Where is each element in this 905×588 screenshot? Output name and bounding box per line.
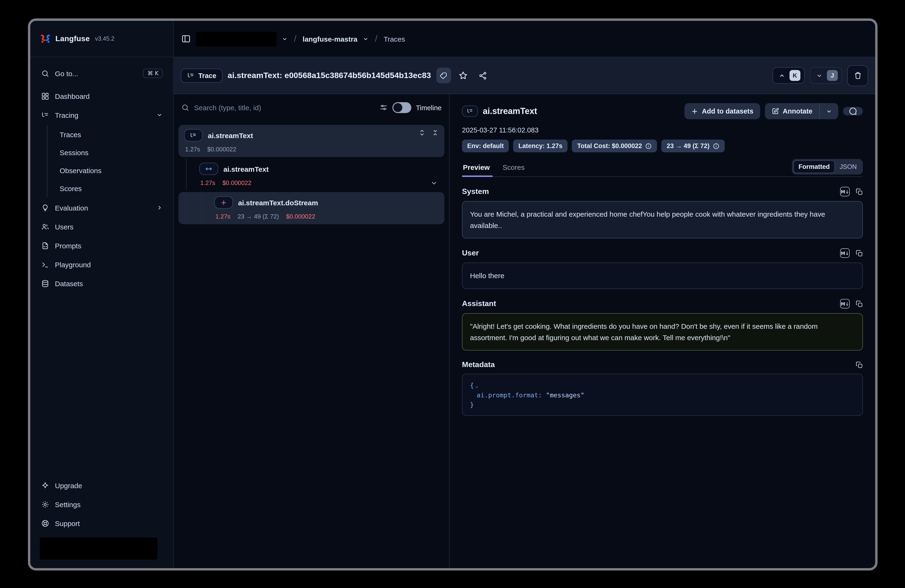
sidebar-item-label: Prompts	[55, 241, 81, 250]
tree-row-latency: 1.27s	[215, 213, 230, 220]
detail-panel: ai.streamText Add to datasets Annotate	[450, 94, 875, 568]
tree-row-span[interactable]: ai.streamText 1.27s $0.000022	[178, 158, 445, 191]
tree-row-latency: 1.27s	[185, 146, 200, 153]
chevron-down-icon[interactable]	[362, 36, 369, 42]
sidebar-item-label: Observations	[60, 166, 102, 174]
comments-button[interactable]	[843, 107, 863, 116]
search-icon	[181, 104, 189, 112]
metadata-json: {⌄ ai.prompt.format: "messages" }	[462, 374, 863, 416]
total-cost-badge[interactable]: Total Cost: $0.000022	[572, 139, 657, 152]
copy-icon[interactable]	[856, 361, 863, 369]
token-usage-badge[interactable]: 23 → 49 (Σ 72)	[662, 139, 725, 152]
share-button[interactable]	[475, 68, 490, 83]
copy-icon[interactable]	[856, 250, 863, 257]
collapse-row-chevron-icon[interactable]	[430, 179, 438, 187]
sidebar-item-label: Support	[55, 519, 80, 527]
chevron-down-icon[interactable]	[282, 36, 288, 42]
tag-button[interactable]	[436, 68, 451, 83]
sidebar-item-datasets[interactable]: Datasets	[37, 274, 167, 293]
sidebar-item-dashboard[interactable]: Dashboard	[37, 87, 167, 106]
sidebar-item-goto[interactable]: Go to... ⌘ K	[37, 64, 167, 83]
tree-row-cost: $0.000022	[207, 146, 237, 153]
sidebar-item-scores[interactable]: Scores	[49, 179, 167, 197]
format-json[interactable]: JSON	[835, 161, 861, 173]
sidebar-item-playground[interactable]: Playground	[37, 255, 167, 274]
gear-icon	[41, 500, 49, 509]
sidebar-item-evaluation[interactable]: Evaluation	[37, 198, 167, 217]
sidebar-item-label: Datasets	[55, 279, 83, 287]
env-badge: Env: default	[462, 139, 509, 152]
info-icon	[713, 143, 719, 149]
tree-guide-line	[186, 158, 186, 191]
unfold-all-icon[interactable]	[418, 129, 426, 136]
assistant-message: "Alright! Let's get cooking. What ingred…	[462, 313, 863, 351]
sidebar-item-traces[interactable]: Traces	[49, 125, 167, 143]
list-tree-icon	[41, 111, 49, 119]
kbd-k: K	[789, 70, 800, 81]
trace-node-icon	[462, 106, 478, 117]
chevron-down-icon	[156, 112, 163, 118]
redacted-org-name[interactable]	[196, 32, 276, 46]
tab-preview[interactable]: Preview	[463, 163, 490, 171]
user-message: Hello there	[462, 263, 863, 289]
tree-row-generation[interactable]: ai.streamText.doStream 1.27s 23 → 49 (Σ …	[178, 192, 445, 224]
markdown-toggle-icon[interactable]: M↓	[840, 249, 849, 258]
format-formatted[interactable]: Formatted	[793, 160, 835, 173]
json-value: "messages"	[546, 391, 584, 399]
sparkle-icon	[41, 481, 49, 490]
detail-header: ai.streamText Add to datasets Annotate	[462, 103, 863, 119]
search-input[interactable]: Search (type, title, id)	[194, 104, 375, 112]
sidebar-item-prompts[interactable]: Prompts	[37, 236, 167, 255]
tree-row-cost: $0.000022	[222, 179, 252, 186]
tree-row-root-trace[interactable]: ai.streamText	[178, 125, 445, 157]
delete-trace-button[interactable]	[847, 65, 868, 86]
app-logo-row: Langfuse v3.45.2	[30, 21, 173, 57]
main-area: / langfuse-mastra / Traces Trace ai.stre…	[174, 21, 875, 568]
sidebar-item-label: Upgrade	[55, 481, 82, 490]
sidebar-item-sessions[interactable]: Sessions	[49, 143, 167, 161]
sidebar: Langfuse v3.45.2 Go to... ⌘ K Dashboar	[30, 21, 174, 568]
annotate-dropdown-button[interactable]	[820, 103, 838, 119]
detail-title: ai.streamText	[483, 106, 537, 116]
sidebar-item-label: Evaluation	[55, 204, 88, 212]
user-section: User M↓ Hello there	[462, 249, 863, 289]
filter-sliders-icon[interactable]	[379, 104, 387, 112]
detail-body: System M↓ You are Michel, a practical an…	[462, 177, 863, 568]
breadcrumb: / langfuse-mastra / Traces	[174, 21, 875, 57]
sidebar-item-tracing[interactable]: Tracing	[37, 106, 167, 124]
sidebar-item-upgrade[interactable]: Upgrade	[37, 476, 167, 495]
json-collapse-chevron-icon[interactable]: ⌄	[475, 384, 478, 388]
tab-scores[interactable]: Scores	[502, 163, 524, 171]
markdown-toggle-icon[interactable]: M↓	[840, 187, 849, 196]
tree-row-cost: $0.000022	[286, 213, 315, 220]
system-label: System	[462, 187, 489, 196]
prev-trace-button[interactable]: K	[772, 67, 805, 84]
next-trace-button[interactable]: J	[810, 67, 842, 84]
sidebar-item-support[interactable]: Support	[37, 514, 167, 533]
app-version: v3.45.2	[95, 35, 114, 42]
observation-tree: ai.streamText	[174, 121, 449, 228]
langfuse-app-window: Langfuse v3.45.2 Go to... ⌘ K Dashboar	[28, 19, 878, 571]
fold-all-icon[interactable]	[432, 129, 439, 136]
sidebar-item-label: Tracing	[55, 111, 78, 119]
copy-icon[interactable]	[856, 300, 863, 307]
panel-left-icon[interactable]	[181, 34, 191, 44]
breadcrumb-project[interactable]: langfuse-mastra	[303, 35, 357, 43]
timeline-toggle[interactable]	[392, 102, 411, 113]
dashboard-icon	[41, 92, 49, 100]
sidebar-item-settings[interactable]: Settings	[37, 495, 167, 514]
tree-row-tokens: 23 → 49 (Σ 72)	[238, 213, 279, 220]
sidebar-item-users[interactable]: Users	[37, 217, 167, 236]
sidebar-item-observations[interactable]: Observations	[49, 161, 167, 179]
system-section: System M↓ You are Michel, a practical an…	[462, 187, 863, 239]
trace-node-icon	[184, 129, 203, 141]
tracing-subnav: Traces Sessions Observations Scores	[47, 125, 167, 197]
add-to-datasets-button[interactable]: Add to datasets	[684, 103, 760, 119]
sidebar-item-label: Dashboard	[55, 92, 90, 100]
star-button[interactable]	[456, 68, 470, 83]
annotate-button[interactable]: Annotate	[765, 103, 819, 119]
json-open-brace: {	[470, 382, 474, 389]
copy-icon[interactable]	[856, 188, 863, 195]
markdown-toggle-icon[interactable]: M↓	[840, 299, 849, 308]
breadcrumb-page[interactable]: Traces	[384, 35, 405, 43]
